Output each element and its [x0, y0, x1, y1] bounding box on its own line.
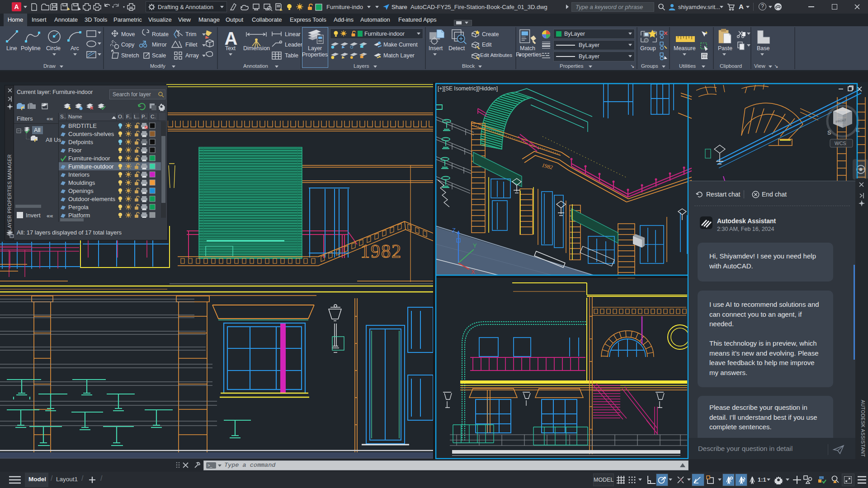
svg-text:Z: Z [452, 227, 456, 234]
svg-text:!: ! [836, 481, 837, 483]
svg-text:S: S [827, 129, 831, 136]
svg-text:E: E [856, 127, 860, 133]
svg-text:1982: 1982 [360, 241, 402, 262]
svg-text:X: X [471, 268, 475, 275]
svg-text:LAYER PROPERTIES MANAGER: LAYER PROPERTIES MANAGER [7, 154, 12, 231]
svg-text:WCS: WCS [835, 141, 846, 146]
svg-text:Y: Y [473, 242, 477, 249]
svg-text:[+][SE Isometric][Hidden]: [+][SE Isometric][Hidden] [438, 85, 498, 92]
